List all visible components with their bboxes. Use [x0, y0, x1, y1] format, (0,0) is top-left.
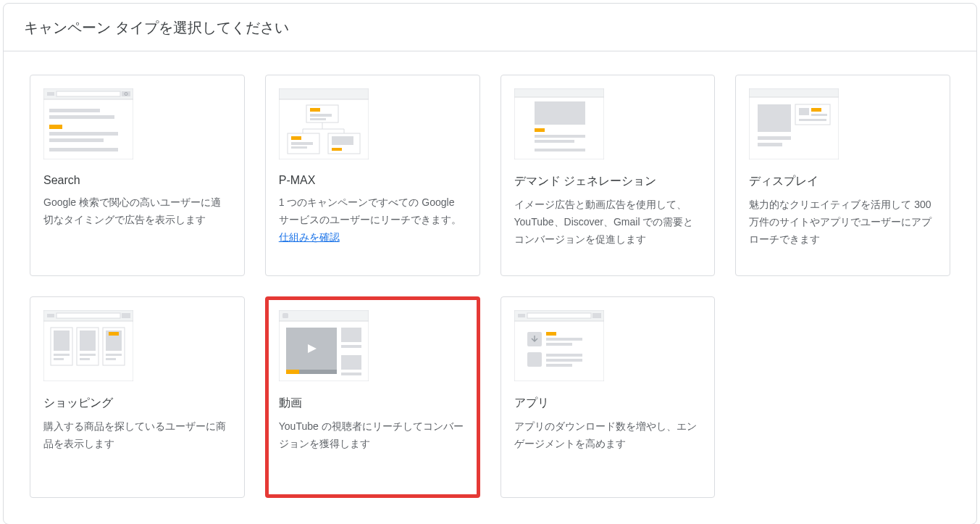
svg-rect-66	[282, 313, 288, 318]
app-thumb-icon	[514, 310, 604, 381]
svg-rect-27	[332, 136, 353, 145]
video-thumb-icon	[279, 310, 369, 381]
campaign-card-display[interactable]: ディスプレイ 魅力的なクリエイティブを活用して 300 万件のサイトやアプリでユ…	[735, 75, 950, 276]
svg-rect-82	[546, 338, 582, 341]
svg-rect-58	[80, 358, 90, 360]
svg-rect-3	[56, 91, 120, 96]
svg-rect-52	[54, 330, 70, 351]
svg-rect-44	[758, 136, 791, 140]
demand-gen-thumb-icon	[514, 88, 604, 159]
card-title: デマンド ジェネレーション	[514, 174, 702, 189]
campaign-card-shopping[interactable]: ショッピング 購入する商品を探しているユーザーに商品を表示します	[30, 296, 245, 498]
svg-rect-4	[122, 91, 130, 96]
search-thumb-icon	[43, 88, 133, 159]
svg-rect-62	[106, 354, 122, 356]
panel-header: キャンペーン タイプを選択してください	[4, 4, 976, 51]
svg-rect-15	[310, 108, 320, 112]
campaign-card-pmax[interactable]: P-MAX 1 つのキャンペーンですべての Google サービスのユーザーにリ…	[265, 75, 480, 276]
svg-rect-38	[758, 104, 791, 132]
card-desc: 1 つのキャンペーンですべての Google サービスのユーザーにリーチできます…	[279, 194, 466, 246]
pmax-thumb-icon	[279, 88, 369, 159]
card-desc: Google 検索で関心の高いユーザーに適切なタイミングで広告を表示します	[43, 194, 231, 229]
svg-rect-78	[527, 313, 591, 318]
svg-rect-84	[527, 352, 542, 367]
svg-rect-17	[310, 118, 326, 120]
svg-rect-24	[291, 142, 313, 145]
svg-rect-50	[122, 313, 130, 318]
svg-rect-57	[80, 354, 96, 356]
svg-rect-41	[811, 108, 821, 112]
svg-rect-87	[546, 364, 572, 367]
card-desc: 魅力的なクリエイティブを活用して 300 万件のサイトやアプリでユーザーにアプロ…	[749, 196, 937, 248]
svg-rect-6	[49, 109, 100, 112]
card-desc-text: 1 つのキャンペーンですべての Google サービスのユーザーにリーチできます…	[279, 196, 461, 225]
display-thumb-icon	[749, 88, 839, 159]
card-desc: 購入する商品を探しているユーザーに商品を表示します	[43, 418, 231, 453]
svg-rect-71	[341, 328, 361, 342]
svg-rect-10	[49, 138, 104, 142]
svg-rect-83	[546, 343, 572, 346]
card-desc: アプリのダウンロード数を増やし、エンゲージメントを高めます	[514, 418, 702, 453]
svg-rect-54	[54, 358, 64, 360]
svg-rect-2	[47, 92, 54, 96]
svg-rect-42	[811, 114, 827, 116]
svg-rect-7	[49, 115, 114, 119]
card-title: ディスプレイ	[749, 174, 937, 189]
svg-rect-37	[749, 88, 839, 97]
svg-rect-16	[310, 114, 332, 117]
svg-rect-73	[341, 355, 361, 370]
card-title: 動画	[279, 396, 466, 411]
svg-rect-81	[546, 332, 556, 336]
card-title: アプリ	[514, 396, 702, 411]
svg-rect-35	[535, 149, 585, 151]
svg-rect-8	[49, 125, 62, 129]
svg-rect-65	[279, 310, 369, 321]
svg-rect-56	[80, 330, 96, 351]
svg-rect-34	[535, 140, 574, 143]
pmax-learn-link[interactable]: 仕組みを確認	[279, 231, 340, 243]
panel-title: キャンペーン タイプを選択してください	[24, 18, 956, 38]
svg-rect-13	[279, 88, 369, 99]
svg-rect-11	[49, 148, 118, 151]
svg-rect-40	[799, 108, 809, 115]
campaign-card-search[interactable]: Search Google 検索で関心の高いユーザーに適切なタイミングで広告を表…	[30, 75, 245, 276]
svg-rect-9	[49, 132, 118, 136]
svg-rect-43	[799, 119, 826, 121]
svg-rect-32	[535, 128, 545, 132]
svg-rect-53	[54, 354, 70, 356]
card-desc: YouTube の視聴者にリーチしてコンバージョンを獲得します	[279, 418, 466, 453]
card-title: Search	[43, 174, 231, 187]
svg-rect-33	[535, 135, 585, 138]
campaign-card-video[interactable]: 動画 YouTube の視聴者にリーチしてコンバージョンを獲得します	[265, 296, 480, 498]
svg-rect-72	[341, 345, 361, 348]
campaign-card-app[interactable]: アプリ アプリのダウンロード数を増やし、エンゲージメントを高めます	[501, 296, 716, 498]
svg-rect-70	[286, 370, 299, 374]
svg-rect-86	[546, 359, 582, 362]
svg-rect-49	[56, 313, 120, 318]
svg-rect-25	[291, 146, 307, 149]
svg-rect-74	[341, 373, 361, 375]
svg-rect-45	[758, 143, 782, 146]
svg-rect-63	[106, 358, 116, 360]
card-title: P-MAX	[279, 174, 466, 187]
svg-rect-31	[535, 101, 585, 125]
svg-rect-28	[332, 148, 342, 151]
svg-rect-48	[47, 314, 54, 317]
svg-rect-30	[514, 88, 604, 97]
campaign-card-demand-gen[interactable]: デマンド ジェネレーション イメージ広告と動画広告を使用して、YouTube、D…	[501, 75, 716, 276]
svg-rect-85	[546, 354, 582, 357]
svg-rect-77	[518, 314, 525, 317]
svg-rect-79	[592, 313, 601, 318]
card-title: ショッピング	[43, 396, 231, 411]
svg-rect-23	[291, 136, 301, 140]
card-desc: イメージ広告と動画広告を使用して、YouTube、Discover、Gmail …	[514, 196, 702, 248]
campaign-cards-grid: Search Google 検索で関心の高いユーザーに適切なタイミングで広告を表…	[4, 51, 976, 524]
shopping-thumb-icon	[43, 310, 133, 381]
svg-rect-61	[109, 332, 119, 336]
campaign-type-panel: キャンペーン タイプを選択してください	[3, 3, 977, 524]
